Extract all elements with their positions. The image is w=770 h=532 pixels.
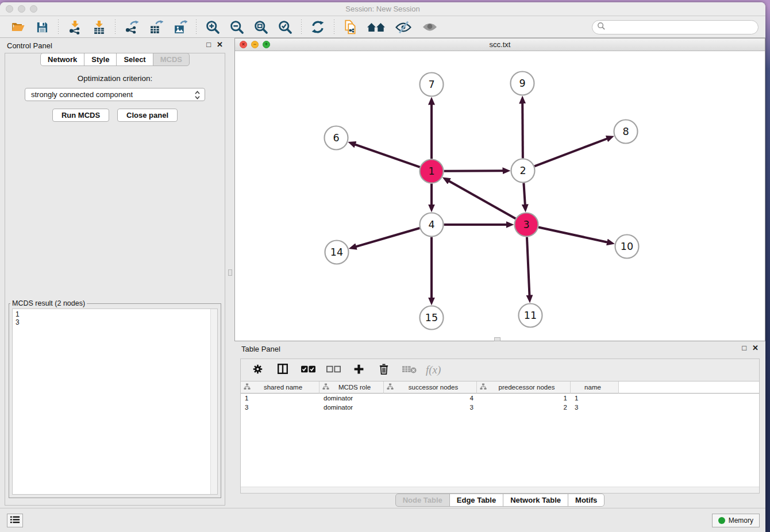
function-builder-button[interactable]: f(x) (426, 361, 441, 379)
cell-predecessor-nodes[interactable]: 1 (477, 394, 571, 403)
graph-node-9[interactable]: 9 (511, 72, 534, 95)
search-field[interactable] (592, 20, 759, 34)
table-row[interactable]: 3dominator323 (241, 403, 759, 412)
node-table[interactable]: shared nameMCDS rolesuccessor nodesprede… (240, 381, 760, 494)
deselect-all-button[interactable] (325, 361, 342, 379)
export-table-button[interactable] (147, 18, 164, 36)
close-panel-button[interactable]: Close panel (117, 109, 178, 122)
home-button[interactable] (366, 18, 387, 36)
graph-node-2[interactable]: 2 (511, 159, 535, 183)
control-panel-tabs: NetworkStyleSelectMCDS (0, 53, 230, 66)
zoom-out-icon (229, 20, 245, 35)
cell-successor-nodes[interactable]: 4 (384, 394, 477, 403)
graph-node-7[interactable]: 7 (420, 73, 444, 97)
cell-shared-name[interactable]: 1 (241, 394, 319, 403)
edge-3-11[interactable] (527, 237, 530, 295)
delete-table-button[interactable] (401, 361, 418, 379)
graph-node-10[interactable]: 10 (615, 235, 639, 259)
svg-text:14: 14 (330, 246, 343, 258)
close-table-panel-icon[interactable]: ✕ (752, 344, 759, 352)
graph-node-8[interactable]: 8 (614, 120, 638, 144)
float-panel-icon[interactable]: □ (206, 40, 211, 49)
table-tab-network-table[interactable]: Network Table (503, 494, 568, 507)
hide-selected-button[interactable] (394, 18, 413, 36)
open-session-button[interactable] (9, 18, 26, 36)
svg-text:2: 2 (519, 165, 526, 176)
tab-select[interactable]: Select (116, 53, 153, 66)
show-all-button[interactable] (420, 18, 440, 36)
table-settings-button[interactable] (249, 361, 266, 379)
edge-2-8[interactable] (534, 138, 607, 166)
edge-1-6[interactable] (355, 144, 420, 167)
eye-icon (421, 20, 438, 34)
save-session-button[interactable] (33, 18, 51, 36)
tree-icon (244, 383, 251, 391)
import-table-button[interactable] (90, 18, 107, 36)
table-tab-node-table[interactable]: Node Table (395, 494, 450, 507)
column-header-predecessor-nodes[interactable]: predecessor nodes (477, 381, 571, 394)
graph-node-15[interactable]: 15 (420, 306, 444, 330)
close-panel-icon[interactable]: ✕ (217, 40, 223, 49)
task-history-button[interactable] (7, 514, 23, 527)
edge-3-1[interactable] (449, 181, 515, 219)
float-table-panel-icon[interactable]: □ (742, 344, 746, 352)
zoom-out-button[interactable] (228, 18, 245, 36)
tab-style[interactable]: Style (84, 53, 117, 66)
cell-name[interactable]: 3 (571, 403, 619, 412)
import-network-button[interactable] (66, 18, 83, 36)
splitter-grip-horizontal[interactable] (494, 337, 500, 341)
split-columns-button[interactable] (274, 361, 291, 379)
cell-predecessor-nodes[interactable]: 2 (477, 403, 571, 412)
network-graph[interactable]: 7968124314101511 (235, 51, 765, 341)
add-column-button[interactable] (350, 361, 367, 379)
cell-MCDS-role[interactable]: dominator (319, 403, 384, 412)
checked-boxes-icon (301, 364, 316, 376)
open-network-file-button[interactable] (342, 18, 359, 36)
tab-network[interactable]: Network (40, 53, 84, 66)
window-title: Session: New Session (0, 5, 765, 13)
svg-text:11: 11 (524, 310, 537, 321)
edge-2-3[interactable] (523, 183, 525, 205)
table-tab-edge-table[interactable]: Edge Table (449, 494, 503, 507)
refresh-button[interactable] (309, 18, 326, 36)
criterion-dropdown[interactable]: strongly connected component (25, 88, 205, 101)
column-header-name[interactable]: name (571, 381, 619, 394)
tab-mcds[interactable]: MCDS (153, 53, 190, 66)
network-file-icon (343, 20, 358, 35)
list-icon (10, 515, 20, 526)
zoom-in-button[interactable] (204, 18, 221, 36)
zoom-fit-button[interactable] (252, 18, 270, 36)
column-header-successor-nodes[interactable]: successor nodes (384, 381, 477, 394)
graph-node-6[interactable]: 6 (325, 126, 348, 150)
run-mcds-button[interactable]: Run MCDS (52, 109, 109, 122)
export-image-button[interactable] (171, 18, 188, 36)
edge-2-9[interactable] (522, 103, 523, 158)
cell-name[interactable]: 1 (571, 394, 619, 403)
splitter-grip-vertical[interactable] (228, 269, 232, 276)
table-hscrollbar[interactable] (241, 487, 759, 493)
refresh-icon (310, 20, 325, 34)
column-header-MCDS-role[interactable]: MCDS role (319, 381, 384, 394)
table-row[interactable]: 1dominator411 (241, 394, 759, 403)
column-header-filler (619, 381, 759, 394)
export-network-button[interactable] (123, 18, 140, 36)
table-tab-motifs[interactable]: Motifs (568, 494, 605, 507)
cell-successor-nodes[interactable]: 3 (384, 403, 477, 412)
select-all-button[interactable] (299, 361, 317, 379)
graph-node-1[interactable]: 1 (420, 160, 444, 183)
memory-button[interactable]: Memory (712, 514, 760, 527)
graph-node-11[interactable]: 11 (519, 304, 542, 327)
cell-shared-name[interactable]: 3 (241, 403, 319, 412)
edge-4-14[interactable] (356, 228, 419, 246)
graph-node-3[interactable]: 3 (515, 213, 538, 237)
graph-node-4[interactable]: 4 (420, 213, 444, 237)
edge-3-10[interactable] (538, 228, 607, 242)
graph-node-14[interactable]: 14 (325, 241, 349, 264)
search-input[interactable] (606, 23, 758, 32)
cell-MCDS-role[interactable]: dominator (319, 394, 384, 403)
result-scrollbar[interactable] (210, 309, 217, 494)
zoom-selected-button[interactable] (276, 18, 294, 36)
delete-column-button[interactable] (375, 361, 392, 379)
edge-1-2[interactable] (444, 171, 503, 171)
column-header-shared-name[interactable]: shared name (241, 381, 319, 394)
